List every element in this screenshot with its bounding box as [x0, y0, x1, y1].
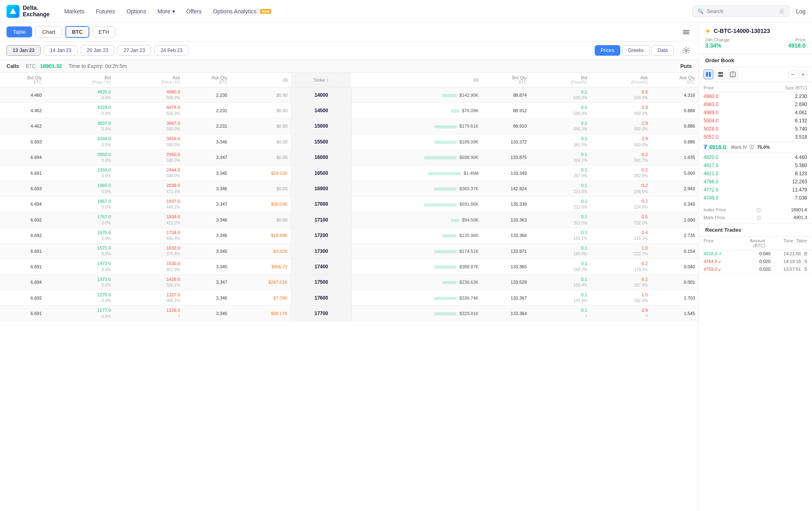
- nav-markets[interactable]: Markets: [59, 6, 89, 17]
- search-bar[interactable]: 🔍 /: [692, 5, 790, 17]
- puts-bid-cell[interactable]: 0.1 191.1%: [530, 228, 591, 243]
- ob-view-1[interactable]: [704, 70, 713, 79]
- ask-cell[interactable]: 1632.0 375.8%: [114, 243, 183, 259]
- ob-view-3[interactable]: [728, 70, 738, 79]
- ask-cell[interactable]: 4980.0 500.0%: [114, 87, 183, 103]
- puts-ask-cell[interactable]: 0.5 232.0%: [591, 212, 651, 228]
- nav-options-analytics[interactable]: Options Analytics New: [208, 6, 276, 17]
- bid-cell[interactable]: 2359.0 0.0%: [45, 165, 114, 180]
- ob-bid-row[interactable]: 4796.012.263: [704, 178, 807, 186]
- ask-cell[interactable]: 2950.0 500.0%: [114, 150, 183, 165]
- ask-cell[interactable]: 1327.0 305.2%: [114, 290, 183, 306]
- ask-cell[interactable]: 3967.0 500.0%: [114, 118, 183, 134]
- view-prices[interactable]: Prices: [595, 45, 620, 56]
- date-tab-3[interactable]: 27 Jan 23: [117, 45, 151, 56]
- puts-bid-cell[interactable]: 0.1 500.0%: [530, 103, 591, 118]
- puts-bid-cell[interactable]: 0.1 ?: [530, 306, 591, 321]
- layers-icon[interactable]: [680, 26, 692, 38]
- strike-cell[interactable]: 17400: [291, 259, 351, 274]
- puts-bid-cell[interactable]: 0.1 440.2%: [530, 118, 591, 134]
- puts-bid-cell[interactable]: 0.1 169.2%: [530, 259, 591, 274]
- bid-cell[interactable]: 1571.0 0.0%: [45, 243, 114, 259]
- puts-bid-cell[interactable]: 0.1 147.6%: [530, 290, 591, 306]
- nav-futures[interactable]: Futures: [91, 6, 120, 17]
- bid-cell[interactable]: 1177.0 0.0%: [45, 306, 114, 321]
- date-tab-0[interactable]: 13 Jan 23: [6, 45, 41, 56]
- view-greeks[interactable]: Greeks: [622, 45, 650, 56]
- ob-bid-row[interactable]: 4811.08.123: [704, 170, 807, 178]
- ob-bid-row[interactable]: 4748.07.036: [704, 194, 807, 202]
- strike-cell[interactable]: 14500: [291, 103, 351, 118]
- puts-bid-cell[interactable]: 0.1 267.9%: [530, 165, 591, 180]
- chart-button[interactable]: Chart: [35, 26, 62, 38]
- ask-cell[interactable]: 4474.0 500.0%: [114, 103, 183, 118]
- bid-cell[interactable]: 3837.0 0.0%: [45, 118, 114, 134]
- bid-cell[interactable]: 2850.0 0.0%: [45, 150, 114, 165]
- puts-bid-cell[interactable]: 0.1 202.0%: [530, 212, 591, 228]
- strike-cell[interactable]: 16000: [291, 150, 351, 165]
- puts-bid-cell[interactable]: 0.1 500.0%: [530, 87, 591, 103]
- ask-cell[interactable]: 1226.0 ?: [114, 306, 183, 321]
- puts-bid-cell[interactable]: 0.1 324.1%: [530, 150, 591, 165]
- ask-cell[interactable]: 1834.0 422.2%: [114, 212, 183, 228]
- ask-cell[interactable]: 2038.0 471.4%: [114, 181, 183, 196]
- nav-options[interactable]: Options: [121, 6, 151, 17]
- puts-bid-cell[interactable]: 0.1 223.8%: [530, 181, 591, 196]
- bid-cell[interactable]: 4329.0 0.0%: [45, 103, 114, 118]
- puts-bid-cell[interactable]: 0.1 180.0%: [530, 243, 591, 259]
- ob-view-2[interactable]: [716, 70, 725, 79]
- ob-ask-row[interactable]: 5052.03.518: [704, 133, 807, 141]
- puts-ask-cell[interactable]: 0.2 236.5%: [591, 181, 651, 196]
- login-button[interactable]: Log: [796, 8, 806, 15]
- puts-ask-cell[interactable]: 0.2 341.7%: [591, 150, 651, 165]
- strike-cell[interactable]: 16900: [291, 181, 351, 196]
- view-data[interactable]: Data: [652, 45, 674, 56]
- strike-cell[interactable]: 17300: [291, 243, 351, 259]
- table-button[interactable]: Table: [6, 26, 32, 37]
- eth-button[interactable]: ETH: [93, 26, 115, 37]
- puts-ask-cell[interactable]: 2.9 ?: [591, 306, 651, 321]
- ask-cell[interactable]: 1937.0 448.1%: [114, 196, 183, 212]
- nav-more[interactable]: More ▾: [153, 6, 180, 17]
- puts-bid-cell[interactable]: 0.1 381.5%: [530, 134, 591, 150]
- ob-bid-row[interactable]: 4820.04.460: [704, 153, 807, 161]
- strike-cell[interactable]: 14000: [291, 87, 351, 103]
- puts-ask-cell[interactable]: 0.5 500.0%: [591, 87, 651, 103]
- date-tab-4[interactable]: 24 Feb 23: [154, 45, 188, 56]
- bid-cell[interactable]: 1867.0 0.0%: [45, 196, 114, 212]
- ask-cell[interactable]: 3459.0 500.0%: [114, 134, 183, 150]
- ob-ask-row[interactable]: 4983.02.690: [704, 100, 807, 109]
- puts-ask-cell[interactable]: 0.2 282.8%: [591, 165, 651, 180]
- strike-cell[interactable]: 15500: [291, 134, 351, 150]
- puts-ask-cell[interactable]: 0.2 179.2%: [591, 259, 651, 274]
- ask-cell[interactable]: 1428.0 326.1%: [114, 274, 183, 290]
- bid-cell[interactable]: 1275.0 0.0%: [45, 290, 114, 306]
- ask-cell[interactable]: 1530.0 351.0%: [114, 259, 183, 274]
- bid-cell[interactable]: 4820.0 0.0%: [45, 87, 114, 103]
- strike-cell[interactable]: 17500: [291, 274, 351, 290]
- bid-cell[interactable]: 1472.0 0.0%: [45, 259, 114, 274]
- ob-bid-row[interactable]: 4817.05.380: [704, 161, 807, 170]
- bid-cell[interactable]: 3344.0 0.0%: [45, 134, 114, 150]
- strike-cell[interactable]: 17600: [291, 290, 351, 306]
- strike-cell[interactable]: 15000: [291, 118, 351, 134]
- puts-bid-cell[interactable]: 0.1 158.4%: [530, 274, 591, 290]
- strike-cell[interactable]: 17000: [291, 196, 351, 212]
- puts-ask-cell[interactable]: 2.9 500.0%: [591, 118, 651, 134]
- nav-offers[interactable]: Offers: [182, 6, 207, 17]
- puts-ask-cell[interactable]: 2.9 500.0%: [591, 103, 651, 118]
- puts-ask-cell[interactable]: 1.5 192.5%: [591, 290, 651, 306]
- ob-bid-row[interactable]: 4772.011.479: [704, 186, 807, 194]
- ob-ask-row[interactable]: 5004.06.132: [704, 117, 807, 125]
- puts-ask-cell[interactable]: 0.4 215.1%: [591, 228, 651, 243]
- ob-ask-row[interactable]: 5028.05.740: [704, 125, 807, 133]
- ask-cell[interactable]: 1734.0 400.4%: [114, 228, 183, 243]
- bid-cell[interactable]: 1373.0 0.0%: [45, 274, 114, 290]
- bid-cell[interactable]: 1670.0 0.0%: [45, 228, 114, 243]
- ob-zoom-in[interactable]: +: [799, 70, 807, 78]
- puts-ask-cell[interactable]: 0.2 167.9%: [591, 274, 651, 290]
- puts-ask-cell[interactable]: 1.0 222.7%: [591, 243, 651, 259]
- ob-ask-row[interactable]: 4980.02.230: [704, 92, 807, 100]
- date-tab-2[interactable]: 20 Jan 23: [81, 45, 115, 56]
- strike-cell[interactable]: 17200: [291, 228, 351, 243]
